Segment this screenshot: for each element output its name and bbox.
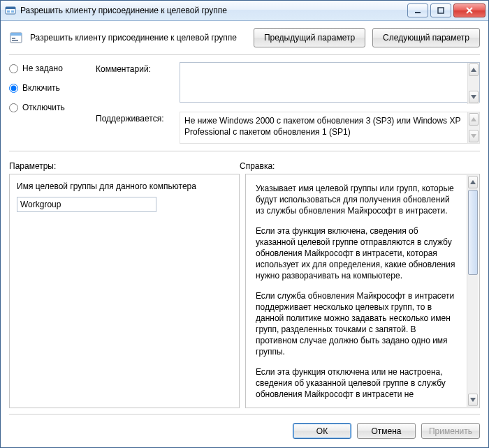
- comment-row: Комментарий:: [96, 62, 480, 105]
- help-paragraph: Если служба обновления Майкрософт в интр…: [256, 290, 457, 358]
- radio-disabled-input[interactable]: [9, 103, 18, 112]
- supported-label: Поддерживается:: [96, 112, 173, 144]
- supported-text: Не ниже Windows 2000 с пакетом обновлени…: [180, 112, 480, 144]
- radio-not-configured[interactable]: Не задано: [9, 64, 86, 73]
- dialog-body: Не задано Включить Отключить Комментарий…: [1, 53, 488, 414]
- title-bar: Разрешить клиенту присоединение к целево…: [1, 1, 488, 21]
- scroll-up-icon[interactable]: [469, 64, 479, 76]
- help-paragraph: Если эта функция отключена или не настро…: [256, 366, 457, 401]
- radio-disabled[interactable]: Отключить: [9, 103, 86, 112]
- lower-split: Имя целевой группы для данного компьютер…: [9, 174, 480, 408]
- previous-setting-button[interactable]: Предыдущий параметр: [254, 28, 365, 47]
- radio-enabled-input[interactable]: [9, 84, 18, 93]
- radio-not-configured-input[interactable]: [9, 64, 18, 73]
- radio-enabled-label: Включить: [22, 83, 60, 93]
- svg-rect-9: [12, 40, 18, 41]
- help-paragraph: Указывает имя целевой группы или групп, …: [256, 183, 457, 217]
- help-panel: Указывает имя целевой группы или групп, …: [245, 174, 480, 408]
- state-radio-group: Не задано Включить Отключить: [9, 62, 86, 144]
- help-section-label: Справка:: [240, 161, 275, 171]
- apply-button[interactable]: Применить: [421, 423, 480, 439]
- scrollbar-thumb[interactable]: [468, 190, 478, 275]
- ok-button[interactable]: ОК: [293, 423, 351, 439]
- next-setting-button[interactable]: Следующий параметр: [372, 28, 480, 47]
- policy-icon: [9, 31, 23, 45]
- scrollbar-track[interactable]: [467, 276, 479, 393]
- fields-column: Комментарий: Поддерживается: Не ниже Win…: [96, 62, 480, 144]
- svg-rect-3: [11, 10, 14, 13]
- params-section-label: Параметры:: [9, 161, 240, 171]
- dialog-buttons: ОК Отмена Применить: [1, 415, 488, 447]
- minimize-button[interactable]: [407, 3, 428, 17]
- scroll-up-icon[interactable]: [468, 176, 478, 188]
- separator: [9, 54, 480, 55]
- section-labels: Параметры: Справка:: [9, 161, 480, 171]
- help-scrollbar[interactable]: [467, 175, 479, 407]
- cancel-button[interactable]: Отмена: [357, 423, 416, 439]
- radio-enabled[interactable]: Включить: [9, 83, 86, 93]
- svg-rect-1: [6, 7, 15, 9]
- scroll-down-icon[interactable]: [469, 130, 479, 142]
- header-title: Разрешить клиенту присоединение к целево…: [30, 33, 247, 43]
- scroll-down-icon[interactable]: [468, 394, 478, 406]
- header-row: Разрешить клиенту присоединение к целево…: [1, 21, 488, 53]
- close-button[interactable]: [453, 3, 486, 17]
- window-title: Разрешить клиенту присоединение к целево…: [20, 6, 407, 15]
- svg-rect-2: [7, 10, 10, 13]
- supported-box: Не ниже Windows 2000 с пакетом обновлени…: [180, 112, 480, 144]
- supported-scrollbar[interactable]: [467, 112, 479, 143]
- comment-box: [180, 62, 480, 105]
- svg-rect-4: [415, 12, 421, 13]
- svg-rect-8: [12, 38, 15, 39]
- svg-rect-5: [438, 8, 444, 13]
- params-panel: Имя целевой группы для данного компьютер…: [9, 174, 240, 408]
- supported-row: Поддерживается: Не ниже Windows 2000 с п…: [96, 112, 480, 144]
- radio-disabled-label: Отключить: [22, 103, 65, 112]
- separator: [9, 151, 480, 151]
- group-name-input[interactable]: [17, 197, 156, 212]
- help-text: Указывает имя целевой группы или групп, …: [253, 181, 472, 401]
- scroll-up-icon[interactable]: [469, 113, 479, 126]
- group-name-label: Имя целевой группы для данного компьютер…: [17, 181, 232, 191]
- radio-not-configured-label: Не задано: [22, 64, 63, 73]
- state-and-fields: Не задано Включить Отключить Комментарий…: [9, 62, 480, 144]
- window-controls: [407, 3, 486, 17]
- svg-rect-7: [10, 33, 22, 36]
- app-icon: [5, 5, 16, 16]
- comment-scrollbar[interactable]: [467, 63, 479, 104]
- comment-textarea[interactable]: [180, 62, 480, 103]
- help-paragraph: Если эта функция включена, сведения об у…: [256, 225, 457, 282]
- scroll-down-icon[interactable]: [469, 91, 479, 103]
- comment-label: Комментарий:: [96, 62, 173, 105]
- maximize-button[interactable]: [430, 3, 451, 17]
- dialog-window: Разрешить клиенту присоединение к целево…: [0, 0, 489, 448]
